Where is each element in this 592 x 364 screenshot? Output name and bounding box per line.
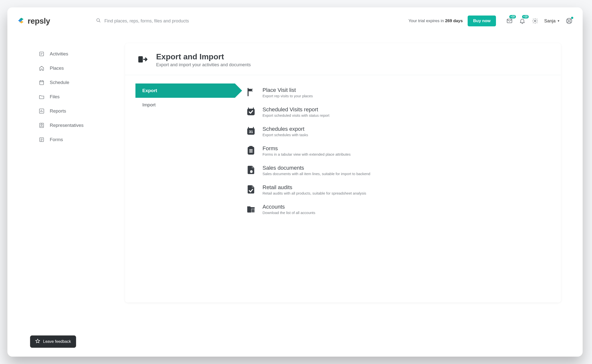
logo-mark-icon xyxy=(17,17,26,25)
sidebar-item-forms[interactable]: Forms xyxy=(35,132,104,147)
representatives-icon xyxy=(38,122,45,129)
logo-text: repsly xyxy=(28,17,50,26)
sidebar-item-representatives[interactable]: Representatives xyxy=(35,118,104,132)
calendar-date-icon: 31 xyxy=(246,126,256,136)
svg-rect-12 xyxy=(138,56,143,63)
main-panel: Export and Import Export and import your… xyxy=(125,43,561,302)
header-actions: +10 +10 Sanja ▼ xyxy=(506,17,573,25)
header: repsly Your trial expires in 269 days Bu… xyxy=(7,7,583,34)
sidebar-item-label: Files xyxy=(50,94,60,99)
leave-feedback-button[interactable]: Leave feedback xyxy=(30,335,76,348)
files-icon xyxy=(38,94,45,100)
sidebar-item-label: Activities xyxy=(50,51,68,57)
svg-rect-7 xyxy=(40,81,44,85)
export-import-icon xyxy=(137,54,148,66)
svg-line-1 xyxy=(99,21,100,22)
folder-building-icon xyxy=(246,204,256,214)
trial-prefix: Your trial expires in xyxy=(409,18,445,23)
forms-icon xyxy=(38,136,45,143)
sidebar-item-label: Reports xyxy=(50,108,66,114)
option-desc: Export scheduled visits with status repo… xyxy=(263,113,329,117)
sidebar-item-label: Places xyxy=(50,66,64,71)
option-title: Schedules export xyxy=(263,126,308,132)
calendar-check-icon xyxy=(246,106,256,117)
document-check-icon xyxy=(246,184,256,195)
page-subtitle: Export and import your activities and do… xyxy=(156,62,251,67)
user-menu[interactable]: Sanja ▼ xyxy=(544,18,560,24)
option-schedules-export[interactable]: 31 Schedules export Export schedules wit… xyxy=(246,122,551,142)
option-desc: Sales documents with all item lines, sui… xyxy=(263,172,370,176)
tabs: Export Import xyxy=(125,83,238,220)
inbox-icon[interactable]: +10 xyxy=(506,17,513,25)
tab-export[interactable]: Export xyxy=(135,83,235,98)
svg-rect-18 xyxy=(251,209,255,213)
option-accounts[interactable]: Accounts Download the list of all accoun… xyxy=(246,200,551,220)
option-desc: Download the list of all accounts xyxy=(263,211,315,215)
search-icon xyxy=(96,18,101,24)
star-icon xyxy=(35,339,40,345)
bell-icon[interactable]: +10 xyxy=(519,17,526,25)
export-options: Place Visit list Export rep visits to yo… xyxy=(238,83,561,220)
sidebar-item-files[interactable]: Files xyxy=(35,90,104,104)
sidebar-item-label: Schedule xyxy=(50,80,69,85)
option-title: Retail audits xyxy=(263,184,366,191)
settings-icon[interactable] xyxy=(531,17,539,25)
sidebar-item-label: Forms xyxy=(50,137,63,142)
option-title: Place Visit list xyxy=(263,87,313,93)
document-box-icon xyxy=(246,165,256,175)
panel-header: Export and Import Export and import your… xyxy=(125,43,561,75)
svg-point-0 xyxy=(97,19,100,22)
sidebar-item-schedule[interactable]: Schedule xyxy=(35,75,104,90)
search-input[interactable] xyxy=(104,18,223,24)
option-title: Forms xyxy=(263,145,351,152)
svg-point-10 xyxy=(41,124,42,125)
svg-rect-6 xyxy=(40,52,44,56)
svg-rect-17 xyxy=(249,146,252,148)
option-title: Sales documents xyxy=(263,165,370,171)
schedule-icon xyxy=(38,79,45,86)
option-forms[interactable]: Forms Forms in a tabular view with exten… xyxy=(246,142,551,161)
svg-point-3 xyxy=(534,20,536,22)
logo[interactable]: repsly xyxy=(17,17,96,26)
trial-days: 269 days xyxy=(445,18,463,23)
buy-now-button[interactable]: Buy now xyxy=(468,16,496,26)
help-dot xyxy=(571,17,573,19)
places-icon xyxy=(38,65,45,71)
bell-badge: +10 xyxy=(522,15,529,18)
option-title: Accounts xyxy=(263,204,315,210)
option-desc: Export schedules with tasks xyxy=(263,133,308,137)
sidebar-item-places[interactable]: Places xyxy=(35,61,104,75)
option-desc: Forms in a tabular view with extended pl… xyxy=(263,152,351,156)
option-place-visit-list[interactable]: Place Visit list Export rep visits to yo… xyxy=(246,83,551,103)
search xyxy=(96,18,409,24)
tab-import[interactable]: Import xyxy=(135,98,235,112)
trial-status: Your trial expires in 269 days xyxy=(409,18,463,23)
sidebar-item-reports[interactable]: Reports xyxy=(35,104,104,118)
sidebar: Activities Places Schedule Files Reports… xyxy=(35,47,104,147)
svg-text:31: 31 xyxy=(249,130,253,134)
clipboard-list-icon xyxy=(246,145,256,156)
user-name: Sanja xyxy=(544,18,556,24)
svg-point-5 xyxy=(568,20,570,22)
tab-label: Export xyxy=(142,88,157,93)
feedback-label: Leave feedback xyxy=(43,339,71,344)
flag-icon xyxy=(246,87,256,97)
sidebar-item-activities[interactable]: Activities xyxy=(35,47,104,61)
option-title: Scheduled Visits report xyxy=(263,106,329,113)
app-window: repsly Your trial expires in 269 days Bu… xyxy=(7,7,583,357)
sidebar-item-label: Representatives xyxy=(50,123,83,128)
reports-icon xyxy=(38,108,45,114)
option-desc: Retail audits with all products, suitabl… xyxy=(263,191,366,195)
panel-body: Export Import Place Visit list Export re… xyxy=(125,75,561,220)
activities-icon xyxy=(38,51,45,57)
option-sales-documents[interactable]: Sales documents Sales documents with all… xyxy=(246,161,551,181)
inbox-badge: +10 xyxy=(509,15,516,18)
option-retail-audits[interactable]: Retail audits Retail audits with all pro… xyxy=(246,181,551,200)
option-scheduled-visits-report[interactable]: Scheduled Visits report Export scheduled… xyxy=(246,103,551,122)
option-desc: Export rep visits to your places xyxy=(263,94,313,98)
help-icon[interactable] xyxy=(565,17,573,25)
tab-label: Import xyxy=(142,102,156,108)
chevron-down-icon: ▼ xyxy=(557,19,560,23)
page-title: Export and Import xyxy=(156,52,251,61)
